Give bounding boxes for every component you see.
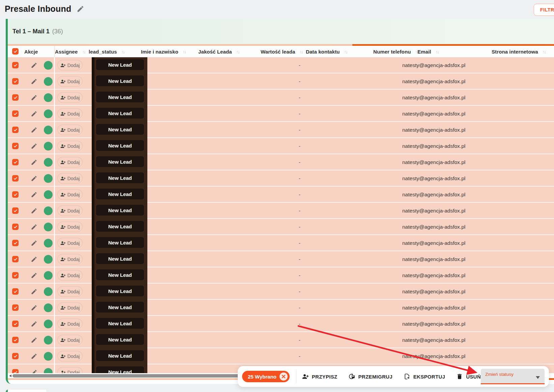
edit-row-pencil-icon[interactable] xyxy=(31,78,37,85)
edit-row-pencil-icon[interactable] xyxy=(31,191,37,198)
assign-button[interactable]: PRZYPISZ xyxy=(302,373,338,380)
lead-status-badge[interactable]: New Lead xyxy=(96,189,144,199)
edit-row-pencil-icon[interactable] xyxy=(31,337,37,344)
add-assignee-button[interactable]: Dodaj xyxy=(57,286,83,297)
row-checkbox[interactable] xyxy=(12,353,19,359)
edit-row-pencil-icon[interactable] xyxy=(31,353,37,360)
add-assignee-button[interactable]: Dodaj xyxy=(57,302,83,313)
filters-button[interactable]: FILTRY xyxy=(534,4,554,16)
sort-arrows-icon[interactable]: ↑↓ xyxy=(436,49,439,54)
column-header-email[interactable]: Email↑↓ xyxy=(417,46,439,57)
column-header-lead-status[interactable]: lead_status↑↓ xyxy=(89,46,125,57)
row-checkbox[interactable] xyxy=(12,304,19,311)
sort-arrows-icon[interactable]: ↑↓ xyxy=(344,49,348,54)
column-header-warto-leada[interactable]: Wartość leada↑↓ xyxy=(261,46,303,57)
row-checkbox[interactable] xyxy=(12,240,19,246)
edit-row-pencil-icon[interactable] xyxy=(31,143,37,150)
row-checkbox[interactable] xyxy=(12,272,19,279)
lead-status-badge[interactable]: New Lead xyxy=(96,366,144,373)
edit-row-pencil-icon[interactable] xyxy=(31,256,37,263)
sort-arrows-icon[interactable]: ↑↓ xyxy=(121,49,125,54)
clear-selection-button[interactable] xyxy=(280,372,288,381)
add-assignee-button[interactable]: Dodaj xyxy=(57,141,83,151)
edit-title-pencil-icon[interactable] xyxy=(77,5,84,13)
column-header-data-kontaktu[interactable]: Data kontaktu↑↓ xyxy=(306,46,348,57)
delete-button[interactable]: USUŃ xyxy=(456,373,481,380)
sort-arrows-icon[interactable]: ↑↓ xyxy=(299,49,303,54)
add-assignee-button[interactable]: Dodaj xyxy=(57,351,83,361)
lead-status-badge[interactable]: New Lead xyxy=(96,302,144,313)
export-button[interactable]: EKSPORTUJ xyxy=(404,373,445,380)
row-checkbox[interactable] xyxy=(12,207,19,214)
edit-row-pencil-icon[interactable] xyxy=(31,175,37,182)
add-assignee-button[interactable]: Dodaj xyxy=(57,108,83,119)
add-assignee-button[interactable]: Dodaj xyxy=(57,92,83,103)
column-header-strona-internetowa[interactable]: Strona internetowa↑↓ xyxy=(492,46,546,57)
add-assignee-button[interactable]: Dodaj xyxy=(57,319,83,329)
lead-status-badge[interactable]: New Lead xyxy=(96,237,144,248)
lead-status-badge[interactable]: New Lead xyxy=(96,124,144,135)
add-assignee-button[interactable]: Dodaj xyxy=(57,238,83,248)
row-checkbox[interactable] xyxy=(12,224,19,230)
lead-status-badge[interactable]: New Lead xyxy=(96,269,144,280)
edit-row-pencil-icon[interactable] xyxy=(31,240,37,247)
change-status-select[interactable]: Zmień statusy xyxy=(481,369,545,384)
edit-row-pencil-icon[interactable] xyxy=(31,127,37,133)
row-checkbox[interactable] xyxy=(12,191,19,198)
edit-row-pencil-icon[interactable] xyxy=(31,159,37,166)
edit-row-pencil-icon[interactable] xyxy=(31,62,37,69)
column-header-imie-i-nazwisko[interactable]: Imie i nazwisko↑↓ xyxy=(141,46,186,57)
edit-row-pencil-icon[interactable] xyxy=(31,224,37,230)
select-all-checkbox[interactable] xyxy=(12,48,19,55)
lead-status-badge[interactable]: New Lead xyxy=(96,75,144,86)
row-checkbox[interactable] xyxy=(12,110,19,117)
add-assignee-button[interactable]: Dodaj xyxy=(57,125,83,135)
row-checkbox[interactable] xyxy=(12,337,19,343)
column-header-numer-telefonu[interactable]: Numer telefonu↑↓ xyxy=(373,46,419,57)
edit-row-pencil-icon[interactable] xyxy=(31,110,37,117)
row-checkbox[interactable] xyxy=(12,321,19,327)
add-assignee-button[interactable]: Dodaj xyxy=(57,335,83,345)
row-checkbox[interactable] xyxy=(12,62,19,68)
row-checkbox[interactable] xyxy=(12,256,19,262)
edit-row-pencil-icon[interactable] xyxy=(31,304,37,311)
add-assignee-button[interactable]: Dodaj xyxy=(57,254,83,264)
column-header-jako-leada[interactable]: Jakość Leada↑↓ xyxy=(198,46,240,57)
edit-row-pencil-icon[interactable] xyxy=(31,288,37,295)
lead-status-badge[interactable]: New Lead xyxy=(96,140,144,151)
lead-status-badge[interactable]: New Lead xyxy=(96,59,144,70)
edit-row-pencil-icon[interactable] xyxy=(31,272,37,279)
lead-status-badge[interactable]: New Lead xyxy=(96,221,144,232)
column-header-assignee[interactable]: Assignee↑↓ xyxy=(55,46,86,57)
add-assignee-button[interactable]: Dodaj xyxy=(57,157,83,167)
add-assignee-button[interactable]: Dodaj xyxy=(57,222,83,232)
lead-status-badge[interactable]: New Lead xyxy=(96,108,144,119)
edit-row-pencil-icon[interactable] xyxy=(31,94,37,101)
row-checkbox[interactable] xyxy=(12,369,19,373)
add-assignee-button[interactable]: Dodaj xyxy=(57,60,83,70)
lead-status-badge[interactable]: New Lead xyxy=(96,205,144,216)
sort-arrows-icon[interactable]: ↑↓ xyxy=(82,49,86,54)
row-checkbox[interactable] xyxy=(12,159,19,165)
add-assignee-button[interactable]: Dodaj xyxy=(57,173,83,184)
add-assignee-button[interactable]: Dodaj xyxy=(57,189,83,200)
row-checkbox[interactable] xyxy=(12,288,19,295)
migrate-button[interactable]: PRZEMIGRUJ xyxy=(348,373,392,380)
lead-status-badge[interactable]: New Lead xyxy=(96,334,144,345)
row-checkbox[interactable] xyxy=(12,143,19,149)
lead-status-badge[interactable]: New Lead xyxy=(96,92,144,102)
lead-status-badge[interactable]: New Lead xyxy=(96,172,144,183)
row-checkbox[interactable] xyxy=(12,175,19,182)
row-checkbox[interactable] xyxy=(12,94,19,101)
edit-row-pencil-icon[interactable] xyxy=(31,321,37,327)
add-assignee-button[interactable]: Dodaj xyxy=(57,76,83,87)
sort-arrows-icon[interactable]: ↑↓ xyxy=(236,49,240,54)
add-assignee-button[interactable]: Dodaj xyxy=(57,367,83,373)
lead-status-badge[interactable]: New Lead xyxy=(96,350,144,361)
edit-row-pencil-icon[interactable] xyxy=(31,369,37,373)
edit-row-pencil-icon[interactable] xyxy=(31,207,37,214)
scroll-left-arrow-icon[interactable] xyxy=(9,374,11,377)
row-checkbox[interactable] xyxy=(12,78,19,85)
sort-arrows-icon[interactable]: ↑↓ xyxy=(543,49,546,54)
add-assignee-button[interactable]: Dodaj xyxy=(57,205,83,216)
